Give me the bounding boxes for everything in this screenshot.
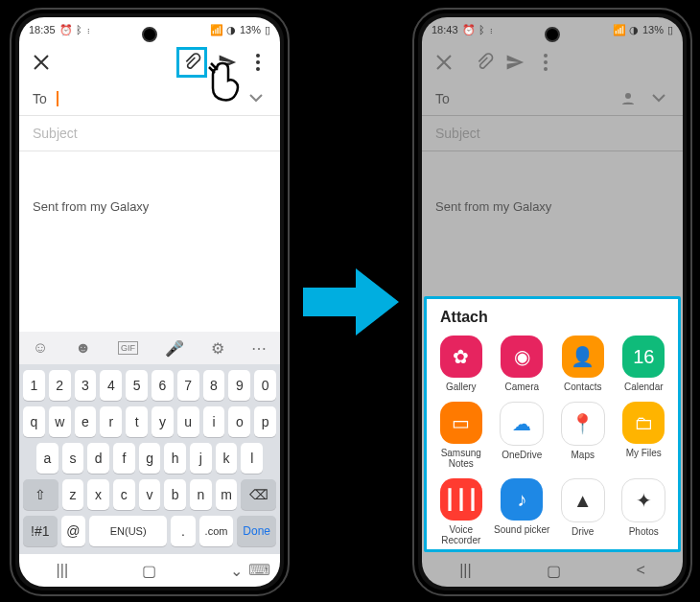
- key-6[interactable]: 6: [152, 370, 174, 401]
- emoji-icon[interactable]: ☺: [33, 339, 48, 357]
- key-5[interactable]: 5: [126, 370, 148, 401]
- subject-placeholder: Subject: [33, 126, 78, 141]
- svg-point-5: [544, 67, 548, 71]
- key-h[interactable]: h: [164, 443, 186, 474]
- app-icon: ♪: [501, 478, 543, 521]
- close-icon[interactable]: [31, 52, 52, 73]
- close-icon[interactable]: [433, 52, 455, 73]
- key-w[interactable]: w: [49, 406, 71, 437]
- app-label: Samsung Notes: [432, 448, 490, 469]
- app-icon: ✦: [621, 478, 665, 522]
- key-4[interactable]: 4: [100, 370, 122, 401]
- period-key[interactable]: .: [171, 516, 195, 546]
- attach-option-onedrive[interactable]: ☁OneDrive: [494, 402, 551, 469]
- at-key[interactable]: @: [61, 516, 85, 546]
- more-icon[interactable]: [535, 52, 556, 73]
- expand-recipients-icon[interactable]: [245, 88, 267, 109]
- attach-option-my-files[interactable]: 🗀My Files: [616, 402, 673, 469]
- key-l[interactable]: l: [241, 443, 263, 474]
- key-v[interactable]: v: [139, 479, 161, 510]
- contact-picker-icon[interactable]: [618, 88, 639, 109]
- key-k[interactable]: k: [216, 443, 238, 474]
- key-0[interactable]: 0: [254, 370, 276, 401]
- key-c[interactable]: c: [113, 479, 135, 510]
- recents-icon[interactable]: |||: [459, 562, 471, 579]
- recents-icon[interactable]: |||: [57, 562, 68, 579]
- mic-icon[interactable]: 🎤: [165, 339, 184, 358]
- key-8[interactable]: 8: [203, 370, 225, 401]
- key-f[interactable]: f: [113, 443, 135, 474]
- dotcom-key[interactable]: .com: [199, 516, 234, 546]
- key-7[interactable]: 7: [177, 370, 199, 401]
- key-z[interactable]: z: [62, 479, 84, 510]
- back-icon[interactable]: ⌄: [230, 562, 243, 580]
- subject-row[interactable]: Subject: [19, 116, 280, 151]
- key-3[interactable]: 3: [75, 370, 97, 401]
- camera-hole: [142, 27, 157, 42]
- tap-gesture-icon: [203, 59, 245, 105]
- attach-option-maps[interactable]: 📍Maps: [554, 402, 612, 469]
- done-key[interactable]: Done: [237, 516, 276, 546]
- attach-option-sound-picker[interactable]: ♪Sound picker: [494, 478, 551, 545]
- app-icon: 👤: [562, 336, 604, 378]
- scrim[interactable]: [422, 266, 683, 296]
- symbols-key[interactable]: !#1: [23, 516, 58, 546]
- key-n[interactable]: n: [190, 479, 212, 510]
- signature-text: Sent from my Galaxy: [33, 199, 149, 214]
- settings-icon[interactable]: ⚙: [211, 339, 224, 358]
- attach-option-drive[interactable]: ▲Drive: [554, 478, 612, 545]
- compose-body[interactable]: Sent from my Galaxy: [19, 151, 280, 332]
- key-2[interactable]: 2: [49, 370, 71, 401]
- key-x[interactable]: x: [87, 479, 109, 510]
- hide-keyboard-icon[interactable]: ⌨: [248, 561, 270, 579]
- key-a[interactable]: a: [36, 443, 58, 474]
- key-y[interactable]: y: [152, 406, 174, 437]
- key-g[interactable]: g: [139, 443, 161, 474]
- status-time: 18:35: [29, 24, 56, 35]
- nav-bar: ||| ▢ ⌄ ⌨: [19, 554, 280, 587]
- attach-option-voice-recorder[interactable]: ┃┃┃Voice Recorder: [432, 478, 490, 545]
- shift-key[interactable]: ⇧: [23, 479, 58, 510]
- app-label: Drive: [572, 526, 594, 537]
- compose-body[interactable]: Sent from my Galaxy: [422, 151, 683, 266]
- key-r[interactable]: r: [100, 406, 122, 437]
- key-i[interactable]: i: [203, 406, 225, 437]
- more-icon[interactable]: [247, 52, 268, 73]
- home-icon[interactable]: ▢: [547, 562, 561, 580]
- space-key[interactable]: EN(US): [89, 516, 167, 546]
- gif-icon[interactable]: GIF: [118, 341, 138, 355]
- back-icon[interactable]: <: [636, 562, 644, 579]
- attach-option-calendar[interactable]: 16Calendar: [616, 336, 673, 392]
- backspace-key[interactable]: ⌫: [241, 479, 276, 510]
- key-9[interactable]: 9: [228, 370, 250, 401]
- app-icon: ▲: [561, 478, 605, 522]
- key-e[interactable]: e: [75, 406, 97, 437]
- key-u[interactable]: u: [177, 406, 199, 437]
- expand-recipients-icon[interactable]: [648, 88, 669, 109]
- attach-option-photos[interactable]: ✦Photos: [616, 478, 673, 545]
- attach-option-gallery[interactable]: ✿Gallery: [432, 336, 490, 392]
- key-q[interactable]: q: [23, 406, 45, 437]
- home-icon[interactable]: ▢: [142, 562, 156, 580]
- attach-option-contacts[interactable]: 👤Contacts: [554, 336, 612, 392]
- key-d[interactable]: d: [87, 443, 109, 474]
- subject-row[interactable]: Subject: [422, 116, 683, 151]
- key-p[interactable]: p: [254, 406, 276, 437]
- app-icon: ☁: [500, 402, 544, 446]
- attach-icon[interactable]: [474, 52, 495, 73]
- compose-header: [422, 42, 683, 82]
- key-j[interactable]: j: [190, 443, 212, 474]
- key-t[interactable]: t: [126, 406, 148, 437]
- send-icon[interactable]: [504, 52, 525, 73]
- key-s[interactable]: s: [62, 443, 84, 474]
- sticker-icon[interactable]: ☻: [75, 339, 91, 357]
- svg-point-6: [625, 93, 631, 99]
- key-m[interactable]: m: [216, 479, 238, 510]
- attach-option-samsung-notes[interactable]: ▭Samsung Notes: [432, 402, 490, 469]
- key-b[interactable]: b: [164, 479, 186, 510]
- to-row[interactable]: To: [422, 82, 683, 116]
- key-1[interactable]: 1: [23, 370, 45, 401]
- attach-option-camera[interactable]: ◉Camera: [494, 336, 551, 392]
- key-o[interactable]: o: [228, 406, 250, 437]
- more-kb-icon[interactable]: ⋯: [251, 339, 267, 358]
